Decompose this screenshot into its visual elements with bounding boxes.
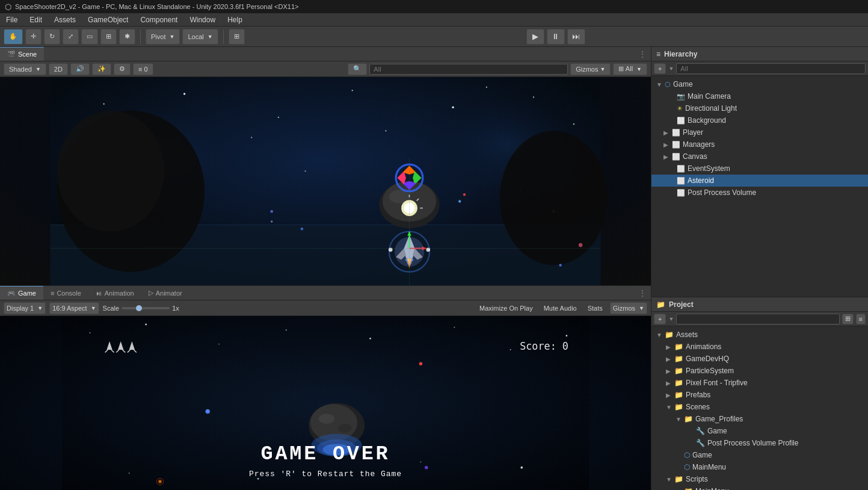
project-item-mainmenu-folder[interactable]: ▼ 📁 MainMenu [651, 485, 868, 490]
project-pixelfont-label: Pixel Font - Tripfive [686, 379, 748, 387]
hierarchy-add-btn[interactable]: + [654, 63, 666, 74]
project-toolbar: + ▼ ⊞ ≡ [651, 312, 868, 326]
menu-gameobject[interactable]: GameObject [82, 13, 134, 26]
hierarchy-item-postprocess[interactable]: ⬜ Post Process Volume [651, 187, 868, 199]
svg-point-52 [271, 220, 272, 222]
snap-btn[interactable]: ⊞ [229, 29, 245, 45]
local-label: Local [188, 33, 203, 40]
svg-point-84 [319, 414, 334, 424]
project-view-btn[interactable]: ≡ [856, 314, 866, 324]
hierarchy-item-main-camera[interactable]: 📷 Main Camera [651, 90, 868, 102]
pause-btn[interactable]: ⏸ [547, 29, 565, 45]
project-item-scenes[interactable]: ▼ 📁 Scenes [651, 401, 868, 413]
shading-btn[interactable]: Shaded ▼ [4, 63, 46, 75]
overlay-btn[interactable]: ≡ 0 [133, 63, 153, 75]
menu-help[interactable]: Help [221, 13, 248, 26]
hierarchy-item-canvas[interactable]: ▶ ⬜ Canvas [651, 150, 868, 163]
scene-tab-label: Scene [18, 51, 37, 58]
move-tool-btn[interactable]: ✛ [25, 29, 42, 45]
scene-background [0, 77, 651, 285]
svg-point-64 [510, 349, 511, 350]
scene-search-input[interactable] [369, 64, 568, 75]
custom-tool-btn[interactable]: ✱ [119, 29, 135, 45]
rect-tool-btn[interactable]: ▭ [81, 29, 98, 45]
rotate-tool-btn[interactable]: ↻ [44, 29, 60, 45]
project-search-input[interactable] [676, 314, 839, 324]
hierarchy-canvas-label: Canvas [683, 152, 707, 161]
project-content: ▼ 📁 Assets ▶ 📁 Animations ▶ 📁 GameDevHQ [651, 326, 868, 490]
view-options-btn[interactable]: ⊞ All ▼ [613, 63, 647, 75]
scene-settings-btn[interactable]: ⚙ [114, 63, 131, 75]
menu-assets[interactable]: Assets [48, 13, 82, 26]
fx-btn[interactable]: ✨ [92, 63, 111, 75]
menu-edit[interactable]: Edit [23, 13, 48, 26]
2d-btn[interactable]: 2D [49, 63, 68, 75]
tab-scene[interactable]: 🎬 Scene [0, 47, 44, 61]
menu-component[interactable]: Component [134, 13, 183, 26]
hand-tool-btn[interactable]: ✋ [4, 29, 23, 45]
project-item-pixelfont[interactable]: ▶ 📁 Pixel Font - Tripfive [651, 377, 868, 389]
hierarchy-item-player[interactable]: ▶ ⬜ Player [651, 126, 868, 138]
mute-audio-btn[interactable]: Mute Audio [540, 305, 580, 312]
maximize-play-btn[interactable]: Maximize On Play [476, 305, 537, 312]
project-item-scripts[interactable]: ▼ 📁 Scripts [651, 473, 868, 485]
step-btn[interactable]: ⏭ [567, 29, 585, 45]
eventsystem-icon: ⬜ [677, 165, 685, 173]
project-title: Project [669, 300, 694, 309]
audio-btn[interactable]: 🔊 [70, 63, 90, 75]
gizmos-btn[interactable]: Gizmos ▼ [570, 63, 611, 75]
project-gameasset-label: Game [707, 427, 727, 435]
hierarchy-item-dir-light[interactable]: ☀ Directional Light [651, 102, 868, 114]
project-item-particlesystem[interactable]: ▶ 📁 ParticleSystem [651, 365, 868, 377]
project-filter-btn[interactable]: ⊞ [842, 314, 854, 324]
transform-tool-btn[interactable]: ⊞ [100, 29, 117, 45]
svg-point-81 [419, 362, 423, 365]
aspect-select[interactable]: 16:9 Aspect ▼ [49, 302, 99, 314]
project-item-gamedevhq[interactable]: ▶ 📁 GameDevHQ [651, 353, 868, 365]
player-expand: ▶ [663, 129, 672, 136]
tab-animator[interactable]: ▷ Animator [141, 286, 189, 300]
project-item-animations[interactable]: ▶ 📁 Animations [651, 341, 868, 353]
scale-tool-btn[interactable]: ⤢ [63, 29, 79, 45]
project-item-game-asset[interactable]: 🔧 Game [651, 425, 868, 437]
game-panel-options[interactable]: ⋮ [634, 289, 651, 297]
hierarchy-item-background[interactable]: ⬜ Background [651, 114, 868, 126]
pivot-btn[interactable]: Pivot ▼ [146, 29, 180, 45]
hierarchy-item-managers[interactable]: ▶ ⬜ Managers [651, 138, 868, 150]
hierarchy-item-asteroid[interactable]: ⬜ Asteroid [651, 175, 868, 187]
svg-text:GAME OVER: GAME OVER [261, 442, 390, 465]
menu-window[interactable]: Window [183, 13, 221, 26]
stats-btn[interactable]: Stats [584, 305, 606, 312]
display-select[interactable]: Display 1 ▼ [4, 302, 46, 314]
project-gamedevhq-label: GameDevHQ [686, 355, 729, 363]
scene-panel-options[interactable]: ⋮ [634, 50, 651, 58]
scene-viewport[interactable] [0, 77, 651, 285]
animations-folder-icon: 📁 [674, 343, 683, 351]
project-item-game-scene-asset[interactable]: ⬡ Game [651, 449, 868, 461]
tab-animation[interactable]: ⏯ Animation [88, 286, 141, 300]
tab-console[interactable]: ≡ Console [43, 286, 88, 300]
project-add-btn[interactable]: + [654, 314, 666, 324]
project-item-assets[interactable]: ▼ 📁 Assets [651, 329, 868, 341]
project-item-game-profiles[interactable]: ▼ 📁 Game_Profiles [651, 413, 868, 425]
project-item-postprocess-profile[interactable]: 🔧 Post Process Volume Profile [651, 437, 868, 449]
project-gamescene-label: Game [692, 451, 712, 459]
hierarchy-item-eventsystem[interactable]: ⬜ EventSystem [651, 163, 868, 175]
mainmenufolder-expand: ▼ [676, 488, 684, 491]
svg-point-18 [304, 170, 306, 172]
game-gizmos-btn[interactable]: Gizmos ▼ [610, 302, 647, 314]
project-item-prefabs[interactable]: ▶ 📁 Prefabs [651, 389, 868, 401]
project-item-mainmenu-scene[interactable]: ⬡ MainMenu [651, 461, 868, 473]
local-btn[interactable]: Local ▼ [182, 29, 218, 45]
play-btn[interactable]: ▶ [526, 29, 544, 45]
hierarchy-game-scene-label: Game [673, 80, 693, 88]
tab-game[interactable]: 🎮 Game [0, 286, 43, 300]
scale-slider[interactable] [122, 307, 170, 309]
scripts-folder-icon: 📁 [674, 475, 683, 483]
gamedevhq-folder-icon: 📁 [674, 355, 683, 363]
game-viewport[interactable]: Score: 0 [0, 316, 651, 490]
menu-file[interactable]: File [0, 13, 23, 26]
hierarchy-search-input[interactable] [676, 63, 866, 74]
hierarchy-item-game-scene[interactable]: ▼ ⬡ Game [651, 78, 868, 90]
scene-search-btn[interactable]: 🔍 [348, 63, 367, 75]
